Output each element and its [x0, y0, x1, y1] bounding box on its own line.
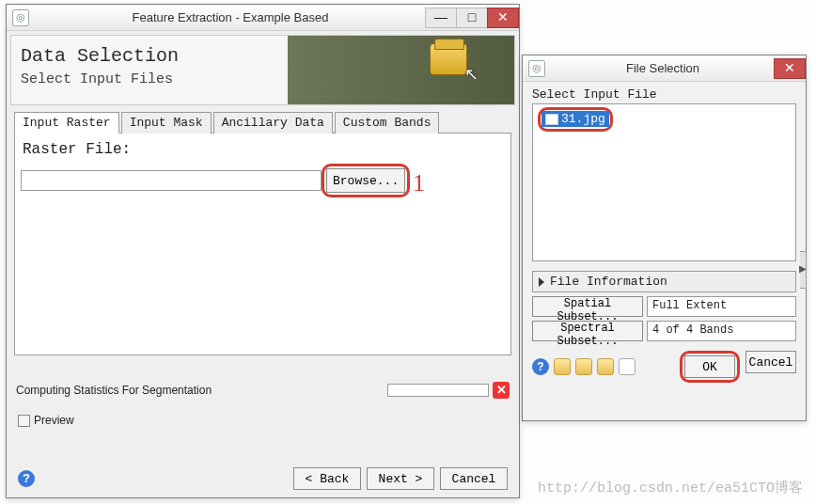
banner-subtitle: Select Input Files — [21, 71, 173, 87]
select-input-file-label: Select Input File — [532, 87, 796, 102]
feature-extraction-window: ◎ Feature Extraction - Example Based — □… — [6, 4, 520, 498]
file-close-button[interactable]: ✕ — [774, 58, 806, 79]
open-folder-icon[interactable] — [554, 358, 571, 375]
status-text: Computing Statistics For Segmentation — [16, 384, 212, 397]
status-row: Computing Statistics For Segmentation ✕ — [16, 382, 510, 399]
banner-title: Data Selection — [21, 45, 179, 67]
preview-label: Preview — [34, 414, 74, 427]
spatial-subset-button[interactable]: Spatial Subset... — [532, 296, 643, 317]
image-file-icon — [545, 114, 558, 125]
open-remote-icon[interactable] — [575, 358, 592, 375]
file-item-selected[interactable]: 31.jpg — [541, 111, 609, 127]
watermark: http://blog.csdn.net/ea51CTO博客 — [538, 479, 803, 496]
side-expand-handle[interactable] — [800, 251, 807, 289]
tab-ancillary-data[interactable]: Ancillary Data — [213, 112, 333, 134]
annotation-1: 1 — [413, 169, 425, 197]
tab-input-raster[interactable]: Input Raster — [14, 112, 119, 134]
browse-button[interactable]: Browse... — [326, 168, 405, 193]
ok-button[interactable]: OK — [684, 355, 735, 378]
open-feature-icon[interactable] — [597, 358, 614, 375]
file-titlebar[interactable]: ◎ File Selection ✕ — [523, 55, 806, 82]
tab-panel: Raster File: Browse... — [14, 134, 511, 355]
raster-file-input[interactable] — [21, 170, 322, 191]
file-window-title: File Selection — [551, 61, 775, 75]
spectral-subset-value: 4 of 4 Bands — [647, 321, 796, 341]
minimize-button[interactable]: — — [425, 8, 457, 28]
help-button[interactable]: ? — [18, 470, 35, 487]
next-button[interactable]: Next > — [367, 467, 434, 490]
main-titlebar[interactable]: ◎ Feature Extraction - Example Based — □… — [7, 5, 519, 31]
spectral-subset-button[interactable]: Spectral Subset... — [532, 321, 643, 341]
progress-bar — [387, 384, 489, 397]
file-list[interactable]: 31.jpg — [532, 103, 796, 261]
banner: Data Selection Select Input Files ↖ — [10, 35, 515, 105]
file-selection-window: ◎ File Selection ✕ Select Input File 31.… — [522, 55, 807, 421]
raster-file-label: Raster File: — [23, 141, 505, 158]
app-icon: ◎ — [12, 9, 29, 26]
close-button[interactable]: ✕ — [487, 8, 519, 28]
app-icon: ◎ — [528, 60, 545, 77]
cancel-button[interactable]: Cancel — [440, 467, 508, 490]
stop-button[interactable]: ✕ — [493, 382, 510, 399]
cursor-icon: ↖ — [464, 64, 479, 85]
file-cancel-button[interactable]: Cancel — [745, 351, 796, 373]
view-icon[interactable] — [619, 358, 636, 375]
preview-checkbox[interactable] — [18, 415, 30, 427]
spatial-subset-value: Full Extent — [647, 296, 796, 317]
file-information-label: File Information — [550, 275, 667, 289]
folder-icon — [430, 43, 467, 75]
main-window-title: Feature Extraction - Example Based — [35, 10, 426, 24]
maximize-button[interactable]: □ — [456, 8, 488, 28]
expand-arrow-icon — [539, 277, 544, 287]
file-information-expander[interactable]: File Information — [532, 271, 796, 292]
tabs: Input Raster Input Mask Ancillary Data C… — [14, 111, 511, 134]
tab-input-mask[interactable]: Input Mask — [121, 112, 212, 134]
file-item-name: 31.jpg — [561, 112, 605, 126]
help-icon[interactable]: ? — [532, 358, 549, 375]
tab-custom-bands[interactable]: Custom Bands — [335, 112, 440, 134]
back-button[interactable]: < Back — [293, 467, 361, 490]
